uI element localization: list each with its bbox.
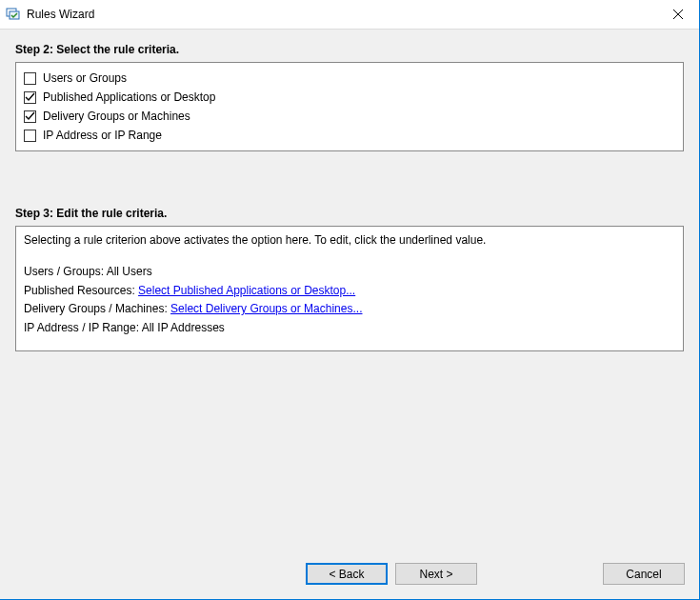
edit-delivery-label: Delivery Groups / Machines: xyxy=(24,302,170,315)
edit-ip-label: IP Address / IP Range: xyxy=(24,321,142,334)
edit-line-published: Published Resources: Select Published Ap… xyxy=(24,283,675,299)
app-icon xyxy=(6,7,21,22)
step3-panel: Selecting a rule criterion above activat… xyxy=(15,226,684,351)
edit-users-label: Users / Groups: xyxy=(24,265,107,278)
cancel-button[interactable]: Cancel xyxy=(603,563,685,585)
edit-published-label: Published Resources: xyxy=(24,284,138,297)
edit-users-value: All Users xyxy=(107,265,152,278)
criteria-row-published: Published Applications or Desktop xyxy=(24,88,675,107)
edit-published-link[interactable]: Select Published Applications or Desktop… xyxy=(138,284,355,297)
step2-panel: Users or Groups Published Applications o… xyxy=(15,62,684,151)
wizard-content: Step 2: Select the rule criteria. Users … xyxy=(0,30,699,351)
criteria-row-users: Users or Groups xyxy=(24,69,675,88)
edit-line-ip: IP Address / IP Range: All IP Addresses xyxy=(24,320,675,336)
titlebar: Rules Wizard xyxy=(0,0,699,30)
criteria-row-ip: IP Address or IP Range xyxy=(24,126,675,145)
step2-heading: Step 2: Select the rule criteria. xyxy=(15,43,684,56)
close-icon xyxy=(673,10,683,19)
criteria-label-published: Published Applications or Desktop xyxy=(43,90,215,104)
wizard-button-row: < Back Next > Cancel xyxy=(0,563,700,585)
criteria-checkbox-published[interactable] xyxy=(24,91,36,104)
close-button[interactable] xyxy=(656,0,699,29)
edit-line-delivery: Delivery Groups / Machines: Select Deliv… xyxy=(24,301,675,317)
edit-delivery-link[interactable]: Select Delivery Groups or Machines... xyxy=(170,302,362,315)
criteria-label-users: Users or Groups xyxy=(43,71,127,85)
back-button[interactable]: < Back xyxy=(306,563,388,585)
step3-heading: Step 3: Edit the rule criteria. xyxy=(15,207,684,220)
step3-instruction: Selecting a rule criterion above activat… xyxy=(24,232,675,249)
criteria-row-delivery: Delivery Groups or Machines xyxy=(24,107,675,126)
criteria-label-ip: IP Address or IP Range xyxy=(43,129,162,142)
criteria-checkbox-users[interactable] xyxy=(24,72,36,85)
criteria-checkbox-delivery[interactable] xyxy=(24,110,36,123)
edit-line-users: Users / Groups: All Users xyxy=(24,264,675,280)
criteria-label-delivery: Delivery Groups or Machines xyxy=(43,110,190,123)
next-button[interactable]: Next > xyxy=(395,563,477,585)
window-title: Rules Wizard xyxy=(27,8,656,21)
criteria-checkbox-ip[interactable] xyxy=(24,130,36,142)
edit-ip-value: All IP Addresses xyxy=(142,321,225,334)
